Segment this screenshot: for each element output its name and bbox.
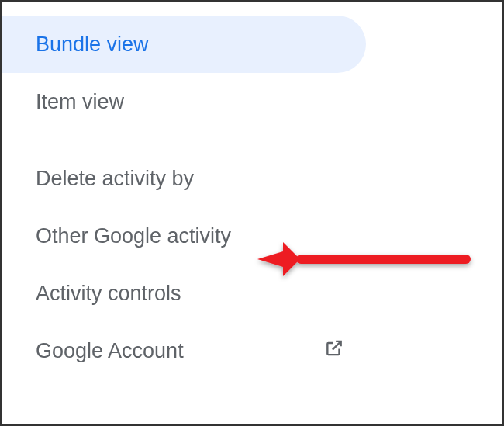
menu-divider — [2, 140, 366, 140]
nav-menu: Bundle view Item view Delete activity by… — [2, 2, 366, 379]
menu-item-google-account[interactable]: Google Account — [2, 322, 366, 379]
menu-item-label: Item view — [36, 90, 124, 114]
menu-item-activity-controls[interactable]: Activity controls — [2, 265, 366, 322]
external-link-icon — [324, 338, 344, 364]
menu-item-label: Other Google activity — [36, 224, 231, 248]
menu-item-delete-activity[interactable]: Delete activity by — [2, 150, 366, 207]
menu-item-label: Activity controls — [36, 282, 181, 306]
menu-item-bundle-view[interactable]: Bundle view — [2, 16, 366, 73]
menu-item-label: Bundle view — [36, 33, 149, 57]
menu-item-label: Delete activity by — [36, 167, 194, 191]
menu-item-label: Google Account — [36, 339, 184, 363]
menu-item-item-view[interactable]: Item view — [2, 73, 366, 130]
menu-item-other-google-activity[interactable]: Other Google activity — [2, 207, 366, 265]
